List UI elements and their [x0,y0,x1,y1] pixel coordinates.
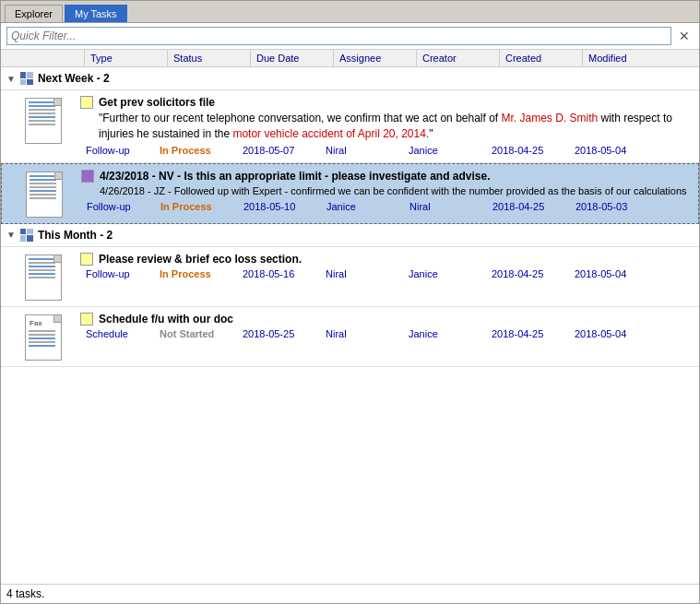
task-meta-1: Follow-up In Process 2018-05-07 Niral Ja… [80,144,694,157]
task-row-2: 4/23/2018 - NV - Is this an appropriate … [2,168,698,219]
task-meta-2: Follow-up In Process 2018-05-10 Janice N… [81,200,693,213]
task-doc-icon-2 [26,172,63,218]
section-grid-icon [19,71,34,86]
meta-created-3: 2018-04-25 [486,267,569,280]
meta-creator-4: Janice [403,327,486,340]
task-item-2[interactable]: 4/23/2018 - NV - Is this an appropriate … [1,163,699,224]
meta-due-2: 2018-05-10 [238,200,321,213]
main-content: ▼ Next Week - 2 [1,67,699,584]
task-icon-area-1 [6,96,80,144]
task-checkbox-3[interactable] [80,253,93,266]
meta-created-4: 2018-04-25 [486,327,569,340]
task-description-2: 4/26/2018 - JZ - Followed up with Expert… [100,184,693,198]
filter-clear-button[interactable]: ✕ [675,29,694,43]
meta-assignee-1: Niral [320,144,403,157]
task-content-1: Get prev solicitors file "Further to our… [80,96,694,157]
col-header-creator[interactable]: Creator [416,50,499,66]
meta-due-1: 2018-05-07 [237,144,320,157]
task-content-2: 4/23/2018 - NV - Is this an appropriate … [81,170,693,213]
meta-type-1: Follow-up [80,144,154,157]
col-header-created[interactable]: Created [499,50,582,66]
task-row-1: Get prev solicitors file "Further to our… [1,94,699,159]
task-title-4: Schedule f/u with our doc [99,313,233,326]
meta-modified-4: 2018-05-04 [569,327,652,340]
meta-type-4: Schedule [80,327,154,340]
section-collapse-next-week[interactable]: ▼ [6,74,16,84]
task-item-3[interactable]: Please review & brief eco loss section. … [1,247,699,307]
section-grid-icon-2 [19,228,34,243]
meta-type-3: Follow-up [80,267,154,280]
task-title-3: Please review & brief eco loss section. [99,253,302,266]
task-title-1: Get prev solicitors file [99,96,215,109]
quick-filter-input[interactable] [6,27,671,45]
task-title-row-3: Please review & brief eco loss section. [80,253,694,266]
task-icon-area-4: Fax [6,313,80,361]
meta-creator-1: Janice [403,144,486,157]
col-header-modified[interactable]: Modified [582,50,665,66]
task-title-row-2: 4/23/2018 - NV - Is this an appropriate … [81,170,693,183]
col-header-due-date[interactable]: Due Date [250,50,333,66]
section-collapse-this-month[interactable]: ▼ [6,230,16,240]
meta-status-1: In Process [154,144,237,157]
task-doc-icon-1 [25,98,62,144]
meta-due-4: 2018-05-25 [237,327,320,340]
col-header-status[interactable]: Status [167,50,250,66]
meta-status-3: In Process [154,267,237,280]
task-title-2: 4/23/2018 - NV - Is this an appropriate … [100,170,491,183]
meta-created-2: 2018-04-25 [487,200,570,213]
status-text: 4 tasks. [6,587,44,600]
task-doc-icon-3 [25,255,62,301]
task-description-1: "Further to our recent telephone convers… [99,111,694,142]
meta-modified-3: 2018-05-04 [569,267,652,280]
meta-modified-2: 2018-05-03 [570,200,653,213]
task-icon-area-3 [6,253,80,301]
task-checkbox-2[interactable] [81,170,94,183]
meta-creator-3: Janice [403,267,486,280]
section-header-this-month: ▼ This Month - 2 [1,224,699,247]
task-row-4: Fax Schedule f/u with our doc Schedu [1,311,699,362]
task-title-row-1: Get prev solicitors file [80,96,694,109]
meta-created-1: 2018-04-25 [486,144,569,157]
tab-my-tasks[interactable]: My Tasks [65,5,127,22]
col-header-assignee[interactable]: Assignee [333,50,416,66]
column-headers: Type Status Due Date Assignee Creator Cr… [1,50,699,67]
section-title-next-week: Next Week - 2 [38,72,110,85]
section-title-this-month: This Month - 2 [38,229,113,242]
section-header-next-week: ▼ Next Week - 2 [1,67,699,90]
task-row-3: Please review & brief eco loss section. … [1,251,699,302]
meta-creator-2: Niral [404,200,487,213]
meta-due-3: 2018-05-16 [237,267,320,280]
meta-status-2: In Process [155,200,238,213]
task-title-row-4: Schedule f/u with our doc [80,313,694,326]
status-bar: 4 tasks. [1,584,699,603]
task-content-3: Please review & brief eco loss section. … [80,253,694,280]
task-item-4[interactable]: Fax Schedule f/u with our doc Schedu [1,307,699,367]
meta-status-4: Not Started [154,327,237,340]
tab-explorer[interactable]: Explorer [5,5,63,22]
task-content-4: Schedule f/u with our doc Schedule Not S… [80,313,694,340]
task-meta-3: Follow-up In Process 2018-05-16 Niral Ja… [80,267,694,280]
meta-assignee-2: Janice [321,200,404,213]
col-header-type[interactable]: Type [84,50,167,66]
task-checkbox-1[interactable] [80,96,93,109]
meta-assignee-3: Niral [320,267,403,280]
tab-bar: Explorer My Tasks [1,1,699,23]
task-item-1[interactable]: Get prev solicitors file "Further to our… [1,90,699,163]
meta-type-2: Follow-up [81,200,155,213]
task-checkbox-4[interactable] [80,313,93,326]
meta-assignee-4: Niral [320,327,403,340]
task-doc-icon-4: Fax [25,314,62,361]
task-meta-4: Schedule Not Started 2018-05-25 Niral Ja… [80,327,694,340]
meta-modified-1: 2018-05-04 [569,144,652,157]
task-icon-area-2 [7,170,81,218]
filter-bar: ✕ [1,23,699,50]
